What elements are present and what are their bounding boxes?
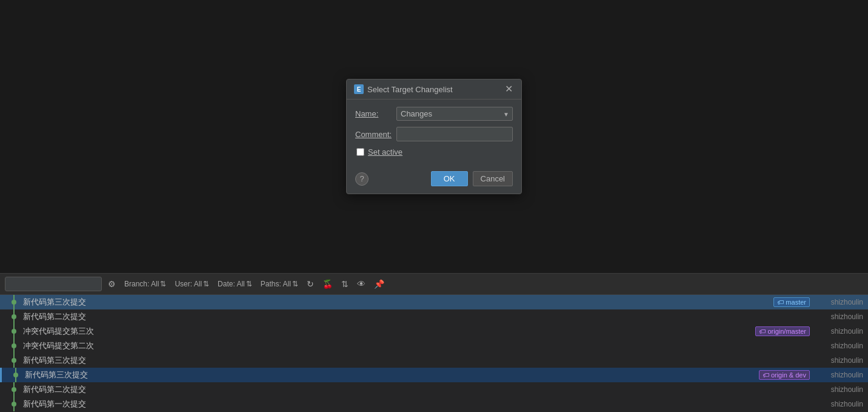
- cherry-pick-button[interactable]: 🍒: [320, 278, 335, 290]
- table-row[interactable]: 新代码第三次提交 🏷 master shizhoulin: [0, 295, 868, 309]
- search-wrapper: 🔍: [5, 277, 102, 291]
- table-row[interactable]: 新代码第三次提交 🏷 origin & dev shizhoulin: [0, 368, 868, 382]
- commit-author: shizhoulin: [815, 400, 863, 408]
- commit-author: shizhoulin: [815, 312, 863, 321]
- merge-button[interactable]: ⇅: [339, 278, 351, 290]
- branch-filter[interactable]: Branch: All ⇅: [122, 279, 169, 289]
- commit-author: shizhoulin: [815, 385, 863, 394]
- refresh-button[interactable]: ↻: [304, 278, 316, 290]
- name-select-wrapper: Changes ▼: [396, 107, 513, 121]
- dialog-overlay: E Select Target Changelist ✕ Name: Chang…: [0, 0, 868, 273]
- set-active-row: Set active: [355, 147, 513, 157]
- commit-author: shizhoulin: [815, 327, 863, 336]
- set-active-label[interactable]: Set active: [368, 147, 402, 157]
- commit-message: 新代码第三次提交: [25, 370, 759, 380]
- dialog-titlebar: E Select Target Changelist ✕: [347, 79, 521, 100]
- name-select[interactable]: Changes: [396, 107, 513, 121]
- name-row: Name: Changes ▼: [355, 107, 513, 121]
- main-background: E Select Target Changelist ✕ Name: Chang…: [0, 0, 868, 273]
- table-row[interactable]: 新代码第三次提交 shizhoulin: [0, 353, 868, 368]
- commit-message: 冲突代码提交第三次: [23, 326, 755, 337]
- commit-message: 新代码第二次提交: [23, 311, 810, 322]
- commit-tags: 🏷 master: [773, 297, 810, 307]
- user-filter[interactable]: User: All ⇅: [172, 279, 212, 289]
- commit-message: 新代码第二次提交: [23, 384, 810, 395]
- dialog-close-button[interactable]: ✕: [504, 84, 514, 94]
- search-input[interactable]: [5, 277, 102, 291]
- dialog-footer: ? OK Cancel: [347, 171, 521, 194]
- dialog-title: E Select Target Changelist: [354, 84, 453, 94]
- cancel-button[interactable]: Cancel: [473, 171, 513, 186]
- ok-button[interactable]: OK: [431, 171, 468, 186]
- table-row[interactable]: 冲突代码提交第二次 shizhoulin: [0, 339, 868, 353]
- commit-toolbar: 🔍 ⚙ Branch: All ⇅ User: All ⇅ Date: All …: [0, 274, 868, 295]
- commit-tags: 🏷 origin & dev: [759, 370, 810, 380]
- select-target-changelist-dialog: E Select Target Changelist ✕ Name: Chang…: [346, 79, 522, 194]
- origin-master-tag: 🏷 origin/master: [755, 326, 810, 336]
- commit-author: shizhoulin: [815, 342, 863, 350]
- bottom-panel: 🔍 ⚙ Branch: All ⇅ User: All ⇅ Date: All …: [0, 273, 868, 412]
- dialog-title-text: Select Target Changelist: [367, 85, 453, 94]
- origin-dev-tag: 🏷 origin & dev: [759, 370, 810, 380]
- master-tag: 🏷 master: [773, 297, 810, 307]
- table-row[interactable]: 冲突代码提交第三次 🏷 origin/master shizhoulin: [0, 324, 868, 339]
- commit-list: 新代码第三次提交 🏷 master shizhoulin 新代码第二次提交 sh…: [0, 295, 868, 411]
- date-filter[interactable]: Date: All ⇅: [215, 279, 255, 289]
- help-button[interactable]: ?: [355, 172, 369, 186]
- table-row[interactable]: 新代码第二次提交 shizhoulin: [0, 382, 868, 397]
- footer-buttons: OK Cancel: [431, 171, 513, 186]
- paths-filter[interactable]: Paths: All ⇅: [258, 279, 301, 289]
- commit-author: shizhoulin: [815, 356, 863, 365]
- set-active-checkbox[interactable]: [356, 148, 364, 156]
- commit-message: 冲突代码提交第二次: [23, 340, 810, 351]
- table-row[interactable]: 新代码第一次提交 shizhoulin: [0, 397, 868, 411]
- dialog-title-icon: E: [354, 84, 364, 94]
- commit-message: 新代码第一次提交: [23, 399, 810, 410]
- dialog-body: Name: Changes ▼ Comment:: [347, 100, 521, 171]
- name-label: Name:: [355, 109, 396, 118]
- comment-row: Comment:: [355, 127, 513, 141]
- commit-message: 新代码第三次提交: [23, 355, 810, 366]
- commit-message: 新代码第三次提交: [23, 297, 773, 308]
- commit-tags: 🏷 origin/master: [755, 326, 810, 336]
- table-row[interactable]: 新代码第二次提交 shizhoulin: [0, 309, 868, 324]
- settings-button[interactable]: ⚙: [105, 278, 118, 290]
- eye-button[interactable]: 👁: [355, 278, 368, 290]
- comment-input[interactable]: [396, 127, 513, 141]
- comment-label: Comment:: [355, 130, 396, 139]
- commit-author: shizhoulin: [815, 371, 863, 379]
- bookmark-button[interactable]: 📌: [372, 278, 387, 290]
- commit-author: shizhoulin: [815, 298, 863, 306]
